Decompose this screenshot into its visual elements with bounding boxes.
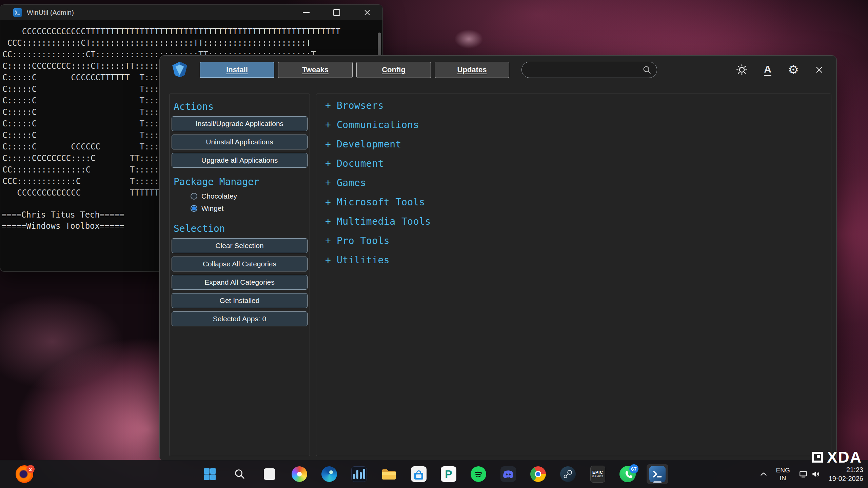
winutil-app-list: + Browsers + Communications + Developmen… xyxy=(316,94,831,456)
windows-logo-icon xyxy=(203,467,217,481)
uninstall-applications-button[interactable]: Uninstall Applications xyxy=(172,135,308,149)
taskbar: 2 xyxy=(0,460,868,488)
desktop: WinUtil (Admin) CCCCCCCCCCCCCTTTTTTTTTTT… xyxy=(0,0,868,488)
terminal-title: WinUtil (Admin) xyxy=(27,9,74,17)
epic-games-icon: EPIC GAMES xyxy=(590,466,605,483)
search-icon xyxy=(643,65,651,74)
edge-icon xyxy=(321,466,337,482)
category-label: Multimedia Tools xyxy=(337,216,431,227)
category-label: Microsoft Tools xyxy=(337,197,425,208)
edge-browser-button[interactable] xyxy=(318,464,340,484)
tab-tweaks[interactable]: Tweaks xyxy=(278,62,353,78)
gear-icon: ⚙ xyxy=(788,64,799,76)
language-switcher[interactable]: ENG IN xyxy=(776,466,790,482)
get-installed-button[interactable]: Get Installed xyxy=(172,293,308,308)
expand-all-categories-button[interactable]: Expand All Categories xyxy=(172,275,308,290)
selected-apps-button[interactable]: Selected Apps: 0 xyxy=(172,311,308,326)
category-games[interactable]: + Games xyxy=(316,173,831,192)
winutil-window: Install Tweaks Config Updates A ⚙ xyxy=(159,55,837,461)
clock-time: 21:23 xyxy=(829,465,863,474)
chrome-button[interactable] xyxy=(527,464,549,484)
install-upgrade-applications-button[interactable]: Install/Upgrade Applications xyxy=(172,116,308,131)
terminal-maximize-button[interactable] xyxy=(321,5,352,20)
epic-games-button[interactable]: EPIC GAMES xyxy=(587,464,609,484)
steam-icon xyxy=(560,466,576,482)
expand-icon[interactable]: + xyxy=(325,255,331,266)
quick-settings[interactable] xyxy=(799,470,820,479)
category-document[interactable]: + Document xyxy=(316,154,831,173)
terminal-close-button[interactable] xyxy=(352,5,382,20)
terminal-taskbar-button[interactable] xyxy=(647,464,668,484)
category-development[interactable]: + Development xyxy=(316,135,831,154)
category-browsers[interactable]: + Browsers xyxy=(316,96,831,115)
category-multimedia-tools[interactable]: + Multimedia Tools xyxy=(316,212,831,231)
tab-config[interactable]: Config xyxy=(356,62,431,78)
tab-updates[interactable]: Updates xyxy=(435,62,509,78)
category-pro-tools[interactable]: + Pro Tools xyxy=(316,231,831,250)
category-label: Browsers xyxy=(337,100,384,111)
clear-selection-button[interactable]: Clear Selection xyxy=(172,238,308,253)
tab-bar: Install Tweaks Config Updates xyxy=(200,62,509,78)
window-header-icons: A ⚙ xyxy=(733,62,828,78)
epic-text-2: GAMES xyxy=(592,475,604,478)
terminal-titlebar[interactable]: WinUtil (Admin) xyxy=(0,5,382,20)
microsoft-store-button[interactable] xyxy=(408,464,430,484)
show-hidden-icons-button[interactable] xyxy=(760,472,767,476)
expand-icon[interactable]: + xyxy=(325,235,331,246)
expand-icon[interactable]: + xyxy=(325,197,331,208)
paint-app-button[interactable] xyxy=(289,464,310,484)
close-icon xyxy=(364,9,370,16)
firefox-taskbar-button[interactable]: 2 xyxy=(14,464,35,484)
epic-text: EPIC xyxy=(592,470,603,475)
winutil-close-button[interactable] xyxy=(811,62,828,78)
steam-button[interactable] xyxy=(557,464,579,484)
category-utilities[interactable]: + Utilities xyxy=(316,250,831,270)
xda-logo-text: XDA xyxy=(827,448,862,466)
start-button[interactable] xyxy=(199,464,221,484)
expand-icon[interactable]: + xyxy=(325,158,331,169)
settings-button[interactable]: ⚙ xyxy=(785,62,802,78)
category-communications[interactable]: + Communications xyxy=(316,115,831,135)
expand-icon[interactable]: + xyxy=(325,139,331,150)
spotify-icon xyxy=(471,466,486,482)
expand-icon[interactable]: + xyxy=(325,216,331,227)
search-box[interactable] xyxy=(521,62,657,78)
spotify-button[interactable] xyxy=(468,464,489,484)
category-label: Games xyxy=(337,177,366,188)
equalizer-app-button[interactable] xyxy=(348,464,370,484)
font-size-button[interactable]: A xyxy=(759,62,776,78)
taskbar-search-button[interactable] xyxy=(229,464,251,484)
terminal-icon xyxy=(649,466,666,482)
tab-install[interactable]: Install xyxy=(200,62,274,78)
radio-unchecked-icon xyxy=(191,193,197,200)
expand-icon[interactable]: + xyxy=(325,177,331,188)
package-manager-heading: Package Manager xyxy=(174,176,310,188)
tab-tweaks-label: Tweaks xyxy=(302,65,329,74)
category-microsoft-tools[interactable]: + Microsoft Tools xyxy=(316,192,831,212)
discord-button[interactable] xyxy=(497,464,519,484)
radio-winget[interactable]: Winget xyxy=(191,202,310,215)
equalizer-app-icon xyxy=(351,466,367,482)
file-explorer-icon xyxy=(381,467,397,481)
tab-updates-label: Updates xyxy=(457,65,487,74)
upgrade-all-applications-button[interactable]: Upgrade all Applications xyxy=(172,153,308,168)
actions-heading: Actions xyxy=(174,101,310,113)
theme-toggle-button[interactable] xyxy=(733,62,750,78)
whatsapp-button[interactable]: 67 xyxy=(617,464,638,484)
discord-icon xyxy=(500,466,516,482)
taskbar-clock[interactable]: 21:23 19-02-2026 xyxy=(829,465,863,483)
search-input[interactable] xyxy=(529,65,643,75)
tab-install-label: Install xyxy=(226,65,248,74)
powershell-icon xyxy=(13,8,22,17)
task-view-button[interactable] xyxy=(259,464,280,484)
expand-icon[interactable]: + xyxy=(325,100,331,111)
terminal-minimize-button[interactable] xyxy=(291,5,321,20)
radio-chocolatey[interactable]: Chocolatey xyxy=(191,190,310,202)
clock-date: 19-02-2026 xyxy=(829,474,863,483)
file-explorer-button[interactable] xyxy=(378,464,400,484)
minimize-icon xyxy=(303,12,310,13)
expand-icon[interactable]: + xyxy=(325,119,331,130)
collapse-all-categories-button[interactable]: Collapse All Categories xyxy=(172,257,308,271)
language-line2: IN xyxy=(776,474,790,482)
p-app-button[interactable]: P xyxy=(438,464,459,484)
